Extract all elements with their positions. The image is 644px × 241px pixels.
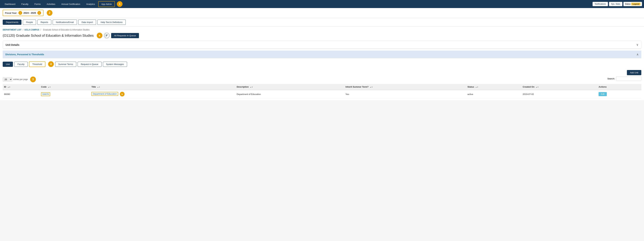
- search-area: Search:: [607, 76, 641, 81]
- step-bubble-2: 2: [47, 10, 52, 16]
- nav-dashboard[interactable]: Dashboard: [2, 1, 18, 7]
- nav-app-admin[interactable]: App Admin: [98, 1, 115, 7]
- tab-people[interactable]: People: [23, 19, 36, 25]
- edit-button[interactable]: Edit: [598, 92, 607, 96]
- unit-details-chevron: ∨: [636, 43, 638, 46]
- sort-arrows-created[interactable]: ▲▼: [536, 86, 539, 88]
- data-table: ID ▲▼ Code ▲▼ Title ▲▼ Description ▲▼ In…: [3, 84, 641, 98]
- col-actions-label: Actions: [598, 86, 606, 88]
- fiscal-year-bar: Fiscal Year: < 2024 - 2025 > 2: [0, 8, 644, 18]
- sort-arrows-description[interactable]: ▲▼: [250, 86, 253, 88]
- sub-tab-summer-terms[interactable]: Summer Terms: [55, 62, 76, 67]
- sort-arrows-id[interactable]: ▲▼: [8, 86, 10, 88]
- cell-title-value[interactable]: Department of Education: [91, 92, 118, 96]
- all-requests-queue-button[interactable]: All Requests In Queue: [111, 33, 139, 38]
- nav-faculty[interactable]: Faculty: [19, 1, 31, 7]
- step-bubble-1: 1: [117, 1, 122, 7]
- col-status: Status ▲▼: [466, 84, 522, 90]
- breadcrumb-campus[interactable]: UCLA CAMPUS: [24, 29, 39, 31]
- step-bubble-3: 3: [30, 76, 36, 82]
- breadcrumb-sep1: /: [23, 29, 23, 31]
- col-description: Description ▲▼: [235, 84, 344, 90]
- main-tabs: Departments People Reports Notifications…: [0, 18, 644, 27]
- unit-details-accordion: Unit Details ∨: [3, 41, 641, 49]
- sort-arrows-code[interactable]: ▲▼: [48, 86, 51, 88]
- divisions-section[interactable]: Divisions, Personnel & Thresholds ∧: [3, 51, 641, 58]
- cell-title: Department of Education b: [90, 90, 235, 98]
- nav-items: Dashboard Faculty Forms Activities Annua…: [2, 1, 122, 7]
- fiscal-year-box: Fiscal Year: < 2024 - 2025 >: [3, 10, 44, 16]
- cell-inherit-summer: Yes: [344, 90, 466, 98]
- tab-reports[interactable]: Reports: [38, 19, 52, 25]
- fiscal-next-button[interactable]: >: [38, 11, 41, 15]
- status-label: Status: [625, 3, 630, 5]
- divisions-chevron: ∧: [636, 53, 639, 56]
- tab-notifications-email[interactable]: Notifications/Email: [53, 19, 77, 25]
- sort-arrows-title[interactable]: ▲▼: [97, 86, 100, 88]
- notifications-button[interactable]: Notifications: [592, 2, 608, 6]
- department-title-row: (O1120) Graduate School of Education & I…: [3, 33, 641, 38]
- top-navigation: Dashboard Faculty Forms Activities Annua…: [0, 0, 644, 8]
- sort-icon-button[interactable]: [104, 33, 110, 38]
- table-row: 86080 D0070 Department of Education b De…: [3, 90, 641, 98]
- breadcrumb-sep2: /: [40, 29, 41, 31]
- col-actions: Actions: [597, 84, 641, 90]
- col-created-on-label: Created On: [523, 86, 534, 88]
- nav-activities[interactable]: Activities: [44, 1, 58, 7]
- col-inherit-summer-label: Inherit Summer Term?: [346, 86, 368, 88]
- cell-description: Department of Education: [235, 90, 344, 98]
- table-header-row: ID ▲▼ Code ▲▼ Title ▲▼ Description ▲▼ In…: [3, 84, 641, 90]
- breadcrumb: DEPARTMENT LIST / UCLA CAMPUS / Graduate…: [3, 29, 641, 31]
- nav-forms[interactable]: Forms: [32, 1, 44, 7]
- cell-code-value[interactable]: D0070: [41, 92, 50, 96]
- tab-departments[interactable]: Departments: [3, 19, 22, 25]
- status-button[interactable]: Status Legend: [624, 2, 642, 6]
- tab-help-text-definitions[interactable]: Help Text & Definitions: [98, 19, 126, 25]
- nav-annual-certification[interactable]: Annual Certification: [59, 1, 83, 7]
- breadcrumb-school: Graduate School of Education & Informati…: [43, 29, 90, 31]
- entries-label: entries per page: [13, 78, 28, 81]
- add-unit-row: Add Unit: [3, 70, 641, 75]
- cell-actions: Edit: [597, 90, 641, 98]
- sub-tab-system-messages[interactable]: System Messages: [103, 62, 127, 67]
- col-inherit-summer: Inherit Summer Term? ▲▼: [344, 84, 466, 90]
- step-bubble-4: 4: [48, 61, 54, 67]
- add-unit-button[interactable]: Add Unit: [627, 70, 641, 75]
- tab-data-import[interactable]: Data Import: [78, 19, 96, 25]
- col-status-label: Status: [468, 86, 474, 88]
- sort-icon: [106, 34, 108, 37]
- fiscal-year-value: 2024 - 2025: [24, 11, 36, 14]
- unit-details-title: Unit Details: [6, 43, 20, 46]
- search-label: Search:: [607, 77, 615, 80]
- col-code: Code ▲▼: [40, 84, 90, 90]
- legend-badge: Legend: [631, 3, 640, 5]
- entries-select[interactable]: 25 50 100: [3, 77, 12, 82]
- col-created-on: Created On ▲▼: [521, 84, 597, 90]
- department-title: (O1120) Graduate School of Education & I…: [3, 34, 94, 37]
- nav-analytics[interactable]: Analytics: [84, 1, 98, 7]
- sub-tab-threshold[interactable]: Threshold: [29, 61, 46, 67]
- sys-stats-button[interactable]: Sys. Stats: [609, 2, 622, 6]
- unit-details-header[interactable]: Unit Details ∨: [3, 41, 641, 49]
- col-id-label: ID: [4, 86, 6, 88]
- col-code-label: Code: [41, 86, 46, 88]
- table-controls: 25 50 100 entries per page 3 Search:: [3, 76, 641, 82]
- breadcrumb-dept-list[interactable]: DEPARTMENT LIST: [3, 29, 22, 31]
- col-id: ID ▲▼: [3, 84, 40, 90]
- sort-arrows-inherit[interactable]: ▲▼: [370, 86, 373, 88]
- cell-code: D0070: [40, 90, 90, 98]
- annotation-bubble-a: a: [97, 33, 102, 38]
- sort-arrows-status[interactable]: ▲▼: [475, 86, 478, 88]
- entries-per-page: 25 50 100 entries per page 3: [3, 76, 36, 82]
- sub-tab-request-queue[interactable]: Request in Queue: [78, 62, 102, 67]
- fiscal-year-label: Fiscal Year:: [5, 12, 17, 14]
- annotation-bubble-b: b: [120, 92, 124, 96]
- col-title: Title ▲▼: [90, 84, 235, 90]
- cell-status: active: [466, 90, 522, 98]
- search-input[interactable]: [616, 76, 641, 81]
- sub-tab-faculty[interactable]: Faculty: [14, 62, 28, 67]
- fiscal-prev-button[interactable]: <: [18, 11, 22, 15]
- col-description-label: Description: [237, 86, 249, 88]
- sub-tab-unit[interactable]: Unit: [3, 62, 13, 67]
- main-content: DEPARTMENT LIST / UCLA CAMPUS / Graduate…: [0, 27, 644, 100]
